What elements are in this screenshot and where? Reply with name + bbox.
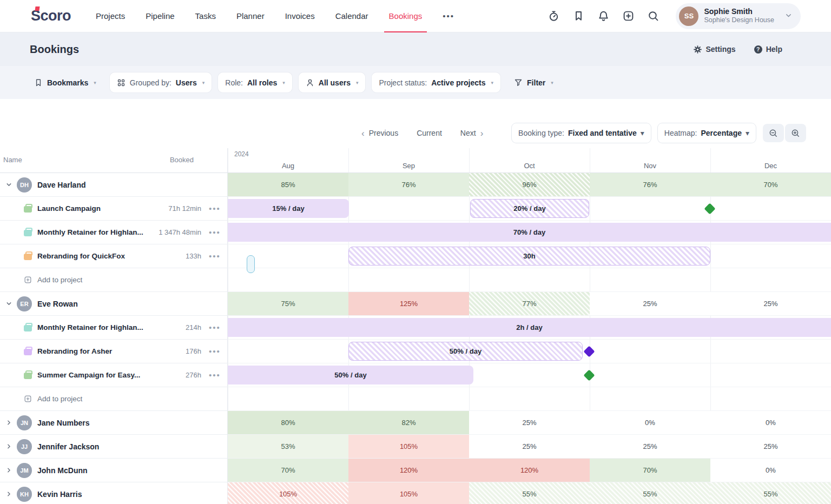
settings-button[interactable]: Settings <box>694 45 735 54</box>
project-name[interactable]: Rebranding for Asher <box>37 347 186 355</box>
collapse-row-button[interactable] <box>3 179 15 191</box>
heatmap-cell[interactable]: 75% <box>228 292 348 315</box>
milestone-diamond-icon[interactable] <box>704 203 715 214</box>
project-more-button[interactable]: ••• <box>208 347 222 356</box>
all-users-dropdown[interactable]: All users▾ <box>299 72 366 92</box>
nav-item-calendar[interactable]: Calendar <box>335 0 368 32</box>
user-menu[interactable]: SS Sophie Smith Sophie's Design House <box>676 3 801 29</box>
timeline-cells[interactable]: 53%105%25%25%25% <box>228 435 831 459</box>
booking-bar[interactable]: 50% / day <box>348 342 583 361</box>
grouped-by-dropdown[interactable]: Grouped by:Users▾ <box>110 72 212 92</box>
heatmap-cell[interactable]: 70% <box>228 459 348 482</box>
timeline-cells[interactable]: 80%82%25%0%0% <box>228 411 831 435</box>
zoom-in-button[interactable] <box>785 124 806 142</box>
add-button[interactable] <box>622 10 635 23</box>
expand-row-button[interactable] <box>3 465 15 476</box>
timer-button[interactable] <box>547 10 560 23</box>
project-name[interactable]: Rebranding for QuickFox <box>37 252 186 260</box>
project-more-button[interactable]: ••• <box>208 251 222 261</box>
booking-type-dropdown[interactable]: Booking type: Fixed and tentative ▾ <box>512 123 651 143</box>
next-button[interactable]: Next › <box>460 129 483 138</box>
help-button[interactable]: ? Help <box>754 45 782 54</box>
expand-row-button[interactable] <box>3 441 15 453</box>
scoro-logo[interactable]: Scoro <box>30 8 71 24</box>
heatmap-cell[interactable]: 25% <box>710 435 831 458</box>
project-more-button[interactable]: ••• <box>208 228 222 237</box>
timeline-cells[interactable]: 50% / day <box>228 363 831 387</box>
timeline-cells[interactable]: 50% / day <box>228 340 831 363</box>
booking-bar[interactable]: 20% / day <box>470 199 589 218</box>
current-button[interactable]: Current <box>417 129 442 137</box>
add-to-project-button[interactable]: Add to project <box>37 276 82 284</box>
heatmap-cell[interactable]: 120% <box>348 459 469 482</box>
booking-bar[interactable]: 2h / day <box>228 318 831 337</box>
heatmap-cell[interactable]: 53% <box>228 435 348 458</box>
project-name[interactable]: Launch Campaign <box>37 204 168 213</box>
timeline-cells[interactable]: 85%76%96%76%70% <box>228 173 831 197</box>
nav-item-tasks[interactable]: Tasks <box>195 0 216 32</box>
heatmap-cell[interactable]: 105% <box>348 482 469 504</box>
nav-item-bookings[interactable]: Bookings <box>389 0 423 32</box>
timeline-cells[interactable] <box>228 387 831 411</box>
heatmap-cell[interactable]: 25% <box>590 435 710 458</box>
heatmap-cell[interactable]: 120% <box>469 459 590 482</box>
milestone-diamond-icon[interactable] <box>583 346 595 357</box>
heatmap-cell[interactable]: 76% <box>590 173 710 196</box>
bookmarks-dropdown[interactable]: Bookmarks▾ <box>27 72 103 92</box>
timeline-cells[interactable]: 2h / day <box>228 316 831 340</box>
heatmap-cell[interactable]: 25% <box>590 292 710 315</box>
heatmap-cell[interactable]: 25% <box>469 435 590 458</box>
booking-bar[interactable]: 30h <box>348 247 710 266</box>
heatmap-cell[interactable]: 0% <box>710 459 831 482</box>
heatmap-cell[interactable]: 77% <box>469 292 590 315</box>
filter-dropdown[interactable]: Filter▾ <box>507 72 560 92</box>
heatmap-cell[interactable]: 0% <box>710 411 831 434</box>
bookmark-button[interactable] <box>572 10 585 23</box>
heatmap-cell[interactable]: 96% <box>469 173 590 196</box>
collapse-row-button[interactable] <box>3 298 15 310</box>
heatmap-cell[interactable]: 55% <box>590 482 710 504</box>
heatmap-cell[interactable]: 105% <box>228 482 348 504</box>
zoom-out-button[interactable] <box>763 124 784 142</box>
project-status-dropdown[interactable]: Project status:Active projects▾ <box>372 72 500 92</box>
heatmap-cell[interactable]: 55% <box>469 482 590 504</box>
booking-bar[interactable]: 15% / day <box>228 199 349 218</box>
project-name[interactable]: Summer Campaign for Easy... <box>37 371 186 379</box>
heatmap-cell[interactable]: 85% <box>228 173 348 196</box>
heatmap-cell[interactable]: 70% <box>710 173 831 196</box>
heatmap-cell[interactable]: 55% <box>710 482 831 504</box>
project-more-button[interactable]: ••• <box>208 370 222 380</box>
timeline-cells[interactable]: 70% / day <box>228 221 831 244</box>
heatmap-cell[interactable]: 25% <box>710 292 831 315</box>
heatmap-cell[interactable]: 25% <box>469 411 590 434</box>
timeline-cells[interactable]: 75%125%77%25%25% <box>228 292 831 316</box>
project-name[interactable]: Monthly Retainer for Highlan... <box>37 323 186 331</box>
search-button[interactable] <box>647 10 659 23</box>
heatmap-cell[interactable]: 0% <box>590 411 710 434</box>
nav-item-invoices[interactable]: Invoices <box>285 0 315 32</box>
timeline-cells[interactable]: 30h <box>228 244 831 268</box>
timeline-cells[interactable] <box>228 268 831 292</box>
nav-item-projects[interactable]: Projects <box>96 0 125 32</box>
timeline-cells[interactable]: 105%105%55%55%55% <box>228 482 831 504</box>
nav-item-pipeline[interactable]: Pipeline <box>146 0 174 32</box>
expand-row-button[interactable] <box>3 417 15 429</box>
heatmap-cell[interactable]: 76% <box>348 173 469 196</box>
role-dropdown[interactable]: Role:All roles▾ <box>218 72 292 92</box>
bell-button[interactable] <box>597 10 610 23</box>
heatmap-cell[interactable]: 125% <box>348 292 469 315</box>
timeline-cells[interactable]: 70%120%120%70%0% <box>228 459 831 482</box>
booking-bar[interactable]: 50% / day <box>228 366 473 384</box>
heatmap-cell[interactable]: 82% <box>348 411 469 434</box>
previous-button[interactable]: ‹ Previous <box>361 129 398 138</box>
booking-bar[interactable]: 70% / day <box>228 223 831 242</box>
nav-more-button[interactable]: ••• <box>443 11 454 21</box>
timeline-cells[interactable]: 15% / day20% / day <box>228 197 831 221</box>
add-to-project-button[interactable]: Add to project <box>37 395 82 403</box>
heatmap-cell[interactable]: 70% <box>590 459 710 482</box>
heatmap-cell[interactable]: 80% <box>228 411 348 434</box>
project-more-button[interactable]: ••• <box>208 204 222 213</box>
project-more-button[interactable]: ••• <box>208 323 222 332</box>
new-booking-marker[interactable] <box>247 255 255 273</box>
project-name[interactable]: Monthly Retainer for Highlan... <box>37 228 159 236</box>
